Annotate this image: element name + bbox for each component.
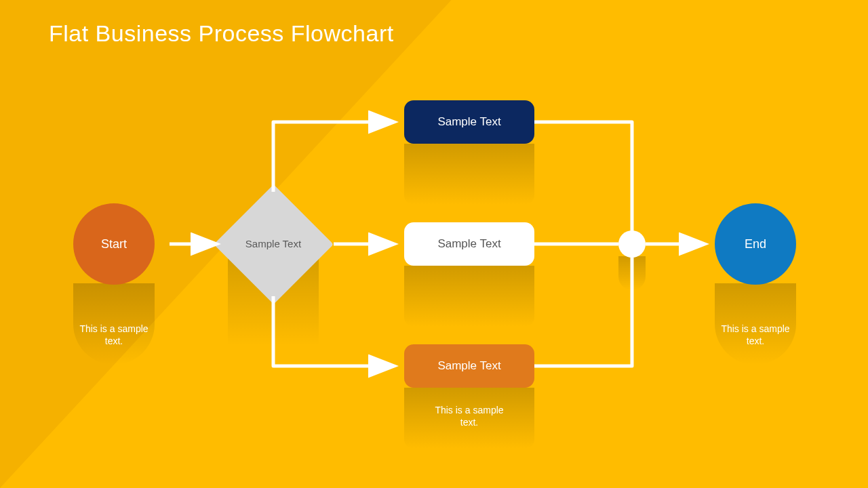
merge-node: [618, 230, 646, 258]
process-middle-label: Sample Text: [437, 237, 500, 251]
process-top: Sample Text: [404, 100, 534, 144]
slide-title: Flat Business Process Flowchart: [49, 20, 394, 47]
process-bottom-label: Sample Text: [437, 359, 500, 373]
process-bottom-caption: This is a sample text.: [429, 404, 510, 428]
end-label: End: [745, 237, 766, 251]
process-top-label: Sample Text: [437, 115, 500, 129]
slide-canvas: Flat Business Process Flowchart Start Th…: [0, 0, 868, 488]
decision-node: Sample Text: [226, 197, 320, 291]
process-bottom: Sample Text: [404, 344, 534, 388]
process-middle: Sample Text: [404, 222, 534, 266]
start-node: Start: [73, 203, 155, 285]
end-caption: This is a sample text.: [715, 323, 796, 347]
start-caption: This is a sample text.: [73, 323, 155, 347]
decision-label: Sample Text: [243, 238, 304, 250]
end-node: End: [715, 203, 796, 285]
start-label: Start: [101, 237, 127, 251]
